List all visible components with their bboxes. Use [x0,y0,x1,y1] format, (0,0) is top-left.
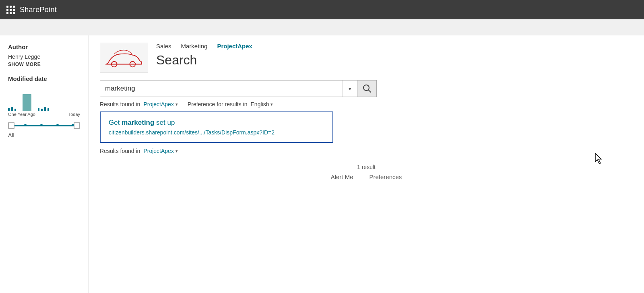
date-chart: One Year Ago Today [8,87,80,117]
chart-bar [11,107,13,111]
second-filter-label: Results found in [100,148,140,154]
page-title: Search [156,53,252,68]
filter-language-arrow: ▾ [270,102,273,107]
second-filter-arrow: ▾ [175,149,178,154]
filter-scope[interactable]: Results found in ProjectApex ▾ [100,101,178,107]
chart-label-right: Today [68,112,80,117]
slider-dot-1 [24,124,27,126]
filter-scope-label: Results found in [100,101,140,107]
main-content: Sales Marketing ProjectApex Search ▾ [89,35,644,293]
author-name: Henry Legge [8,54,80,60]
result-url[interactable]: citizenbuilders.sharepoint.com/sites/...… [109,129,324,136]
filter-language-label: Preference for results in [188,101,248,107]
svg-rect-0 [101,43,148,72]
header-area: Sales Marketing ProjectApex Search [89,35,644,73]
chart-bars [8,87,80,111]
second-filter-value: ProjectApex [143,148,173,154]
chart-bar [38,108,39,111]
slider-dot-2 [40,124,43,126]
result-title-suffix: set up [154,119,175,126]
top-nav-bar: SharePoint [0,0,644,19]
chart-label-left: One Year Ago [8,112,35,117]
search-bar-area: ▾ [100,80,633,97]
sidebar-all-label: All [8,132,80,138]
search-input[interactable] [100,85,343,93]
date-range-slider[interactable] [8,121,80,130]
nav-link-marketing[interactable]: Marketing [181,43,208,50]
sub-nav-bar [0,19,644,35]
search-icon [363,84,372,93]
site-title-area: Sales Marketing ProjectApex Search [156,43,252,68]
slider-handle-right[interactable] [74,122,80,129]
slider-track [8,125,80,126]
nav-link-sales[interactable]: Sales [156,43,171,50]
search-go-button[interactable] [357,80,377,97]
search-dropdown-button[interactable]: ▾ [343,80,357,97]
site-nav-links: Sales Marketing ProjectApex [156,43,252,50]
slider-dot-3 [56,124,59,126]
sidebar: Author Henry Legge SHOW MORE Modified da… [0,35,89,293]
slider-handle-left[interactable] [8,122,14,129]
filter-scope-arrow: ▾ [175,102,178,107]
show-more-button[interactable]: SHOW MORE [8,62,80,67]
bottom-area: 1 result Alert Me Preferences [89,164,644,180]
filter-language[interactable]: Preference for results in English ▾ [188,101,273,107]
result-title-prefix: Get [109,119,122,126]
filter-scope-value: ProjectApex [143,101,173,107]
chart-bar [41,109,43,111]
author-section-title: Author [8,43,80,50]
svg-line-4 [368,90,371,93]
modified-date-title: Modified date [8,75,80,82]
chart-bar [14,109,16,111]
result-title-link[interactable]: Get marketing set up [109,119,324,127]
result-title-bold: marketing [122,119,154,126]
filter-bar: Results found in ProjectApex ▾ Preferenc… [100,101,633,107]
preferences-link[interactable]: Preferences [369,173,402,180]
nav-link-projectapex[interactable]: ProjectApex [217,43,252,50]
second-filter-bar: Results found in ProjectApex ▾ [100,148,633,154]
search-input-wrapper: ▾ [100,80,357,97]
app-title: SharePoint [20,6,57,14]
chart-bar [47,108,49,111]
result-count: 1 result [89,164,644,170]
bottom-links: Alert Me Preferences [89,173,644,180]
chart-bar [8,108,10,111]
chart-bar-main [23,94,31,111]
results-area: Get marketing set up citizenbuilders.sha… [100,111,633,143]
chart-labels: One Year Ago Today [8,112,80,117]
chart-bar [44,107,46,111]
alert-me-link[interactable]: Alert Me [331,173,353,180]
filter-language-value: English [251,101,269,107]
result-card: Get marketing set up citizenbuilders.sha… [100,111,333,143]
site-logo [100,43,148,73]
waffle-icon[interactable] [6,6,15,14]
